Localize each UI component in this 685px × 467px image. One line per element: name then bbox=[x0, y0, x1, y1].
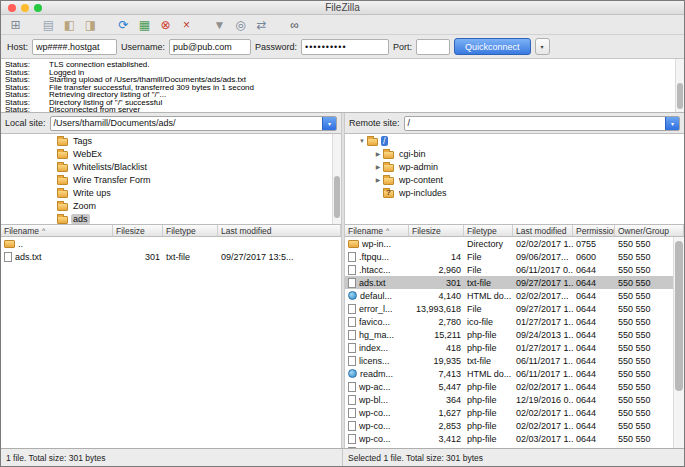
remote-tree-toggle-button[interactable]: ◨ bbox=[81, 16, 100, 33]
local-tree-item-ads[interactable]: ads bbox=[1, 212, 341, 225]
remote-filename: hg_ma... bbox=[359, 330, 394, 340]
local-site-combo[interactable]: /Users/thamill/Documents/ads/ ▾ bbox=[50, 116, 337, 131]
remote-file-row-ads-txt-3[interactable]: ads.txt301txt-file09/27/2017 1...0644550… bbox=[345, 276, 684, 289]
local-file-list-header: Filename^FilesizeFiletypeLast modified bbox=[1, 225, 341, 237]
message-log-toggle-button[interactable]: ▤ bbox=[39, 16, 58, 33]
remote-cell-modified: 06/11/2017 1... bbox=[513, 354, 573, 367]
remote-file-row-wp-co-15[interactable]: wp-co...3,412php-file02/03/2017 1...0644… bbox=[345, 432, 684, 445]
directory-comparison-button[interactable]: ◎ bbox=[231, 16, 250, 33]
remote-file-row-defaul-4[interactable]: defaul...4,140HTML do...02/02/2017...064… bbox=[345, 289, 684, 302]
port-input[interactable] bbox=[416, 39, 450, 55]
minimize-window-button[interactable] bbox=[21, 4, 29, 12]
local-tree-item-write-ups[interactable]: Write ups bbox=[1, 186, 341, 199]
cancel-button[interactable]: ⊗ bbox=[156, 16, 175, 33]
host-input[interactable] bbox=[32, 39, 117, 55]
remote-list-scrollbar-thumb[interactable] bbox=[675, 241, 683, 391]
remote-file-row-error-l-5[interactable]: error_l...13,993,618File09/27/2017 1...0… bbox=[345, 302, 684, 315]
remote-filename: wp-bl... bbox=[359, 395, 388, 405]
remote-tree-toggle-icon: ◨ bbox=[85, 19, 96, 31]
local-file-row-item-0[interactable]: .. bbox=[1, 237, 341, 250]
quickconnect-button[interactable]: Quickconnect bbox=[454, 38, 531, 55]
username-input[interactable] bbox=[169, 39, 251, 55]
filter-button[interactable]: ▼ bbox=[210, 16, 229, 33]
local-tree-item-whitelists-blacklist[interactable]: Whitelists/Blacklist bbox=[1, 160, 341, 173]
quickconnect-dropdown-button[interactable]: ▾ bbox=[535, 38, 550, 55]
remote-cell-name: hg_ma... bbox=[345, 328, 409, 341]
zoom-window-button[interactable] bbox=[34, 4, 42, 12]
remote-site-path: / bbox=[405, 117, 665, 130]
tree-expanded-icon[interactable]: ▼ bbox=[357, 138, 367, 144]
log-scrollbar[interactable] bbox=[675, 59, 684, 112]
local-tree-toggle-button[interactable]: ◧ bbox=[60, 16, 79, 33]
remote-cell-owner: 550 550 bbox=[615, 341, 671, 354]
local-tree-scrollbar-thumb[interactable] bbox=[334, 176, 340, 218]
remote-site-combo[interactable]: / ▾ bbox=[404, 116, 680, 131]
folder-icon bbox=[367, 138, 378, 146]
local-column-filename[interactable]: Filename^ bbox=[1, 225, 113, 236]
sync-browsing-button[interactable]: ⇄ bbox=[252, 16, 271, 33]
remote-file-row-hg-ma-7[interactable]: hg_ma...15,211php-file09/24/2013 1...064… bbox=[345, 328, 684, 341]
remote-site-dropdown-icon[interactable]: ▾ bbox=[665, 117, 679, 130]
remote-file-row-licens-9[interactable]: licens...19,935txt-file06/11/2017 1...06… bbox=[345, 354, 684, 367]
local-tree-item-zoom[interactable]: Zoom bbox=[1, 199, 341, 212]
remote-file-row-favico-6[interactable]: favico...2,780ico-file01/27/2017 1...064… bbox=[345, 315, 684, 328]
remote-file-row-readm-10[interactable]: readm...7,413HTML do...06/11/2017 1...06… bbox=[345, 367, 684, 380]
remote-file-row-wp-in-0[interactable]: wp-in...Directory02/02/2017 1...0755550 … bbox=[345, 237, 684, 250]
remote-tree-item-wp-content[interactable]: ▶wp-content bbox=[345, 173, 684, 186]
tree-collapsed-icon[interactable]: ▶ bbox=[373, 163, 383, 170]
remote-column-last-modified[interactable]: Last modified bbox=[513, 225, 573, 236]
remote-file-row-wp-co-14[interactable]: wp-co...2,853php-file02/02/2017 1...0644… bbox=[345, 419, 684, 432]
local-panel: Local site: /Users/thamill/Documents/ads… bbox=[1, 113, 341, 448]
remote-list-scrollbar[interactable] bbox=[673, 237, 684, 448]
local-tree-scrollbar[interactable] bbox=[332, 134, 341, 224]
local-tree-toggle-icon: ◧ bbox=[64, 19, 75, 31]
remote-column-filename[interactable]: Filename^ bbox=[345, 225, 409, 236]
remote-cell-name: wp-ac... bbox=[345, 380, 409, 393]
remote-file-row-wp-bl-12[interactable]: wp-bl...364php-file12/19/2016 0...064455… bbox=[345, 393, 684, 406]
remote-file-row-wp-cr-16[interactable]: wp-cr...3,286php-file0644550 550 bbox=[345, 445, 684, 448]
remote-file-row-wp-ac-11[interactable]: wp-ac...5,447php-file02/02/2017 1...0644… bbox=[345, 380, 684, 393]
remote-directory-tree: ▼/▶cgi-bin▶wp-admin▶wp-content?wp-includ… bbox=[345, 133, 684, 225]
remote-tree-item-wp-includes[interactable]: ?wp-includes bbox=[345, 186, 684, 199]
tree-collapsed-icon[interactable]: ▶ bbox=[373, 150, 383, 157]
remote-column-filesize[interactable]: Filesize bbox=[409, 225, 464, 236]
remote-tree-item-cgi-bin[interactable]: ▶cgi-bin bbox=[345, 147, 684, 160]
remote-file-row-wp-co-13[interactable]: wp-co...1,627php-file02/02/2017 1...0644… bbox=[345, 406, 684, 419]
remote-filename: index... bbox=[359, 343, 388, 353]
local-column-last-modified[interactable]: Last modified bbox=[218, 225, 341, 236]
remote-cell-size: 301 bbox=[409, 276, 464, 289]
site-manager-button[interactable]: ⊞ bbox=[6, 16, 25, 33]
remote-column-permissions[interactable]: Permissions bbox=[573, 225, 615, 236]
remote-file-row-htacc-2[interactable]: .htacc...2,960File06/11/2017 0...0644550… bbox=[345, 263, 684, 276]
local-tree-item-wire-transfer-form[interactable]: Wire Transfer Form bbox=[1, 173, 341, 186]
remote-column-filetype[interactable]: Filetype bbox=[464, 225, 513, 236]
toolbar-separator bbox=[198, 24, 208, 25]
local-tree-item-tags[interactable]: Tags bbox=[1, 134, 341, 147]
remote-cell-name: wp-in... bbox=[345, 237, 409, 250]
refresh-button[interactable]: ⟳ bbox=[114, 16, 133, 33]
local-column-filesize[interactable]: Filesize bbox=[113, 225, 163, 236]
remote-file-row-index-8[interactable]: index...418php-file01/27/2017 1...064455… bbox=[345, 341, 684, 354]
remote-file-row-ftpqu-1[interactable]: .ftpqu...14File09/06/2017...0600550 550 bbox=[345, 250, 684, 263]
password-input[interactable] bbox=[301, 39, 389, 55]
process-queue-button[interactable]: ▦ bbox=[135, 16, 154, 33]
remote-cell-type: File bbox=[464, 250, 513, 263]
remote-cell-owner: 550 550 bbox=[615, 393, 671, 406]
local-site-dropdown-icon[interactable]: ▾ bbox=[322, 117, 336, 130]
local-column-filetype[interactable]: Filetype bbox=[163, 225, 218, 236]
remote-tree-item-item[interactable]: ▼/ bbox=[345, 134, 684, 147]
find-files-button[interactable]: ∞ bbox=[285, 16, 304, 33]
local-tree-item-webex[interactable]: WebEx bbox=[1, 147, 341, 160]
remote-column-owner-group[interactable]: Owner/Group bbox=[615, 225, 684, 236]
local-file-row-ads-txt-1[interactable]: ads.txt301txt-file09/27/2017 13:5... bbox=[1, 250, 341, 263]
close-window-button[interactable] bbox=[8, 4, 16, 12]
disconnect-button[interactable]: × bbox=[177, 16, 196, 33]
log-scrollbar-thumb[interactable] bbox=[677, 83, 683, 109]
tree-collapsed-icon[interactable]: ▶ bbox=[373, 176, 383, 183]
remote-tree-item-wp-admin[interactable]: ▶wp-admin bbox=[345, 160, 684, 173]
local-cell-size: 301 bbox=[113, 250, 163, 263]
title-bar[interactable]: FileZilla bbox=[1, 1, 684, 15]
file-icon bbox=[348, 265, 356, 275]
local-tree-label: Write ups bbox=[71, 188, 113, 198]
remote-cell-type: php-file bbox=[464, 432, 513, 445]
